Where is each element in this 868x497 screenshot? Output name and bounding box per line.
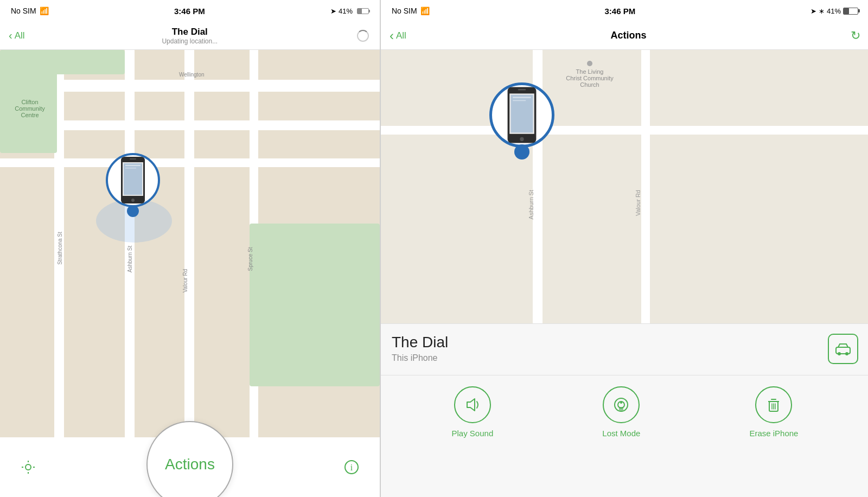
bluetooth-icon: ∗ bbox=[819, 7, 825, 15]
left-phone: No SIM 📶 3:46 PM ➤ 41% ‹ All The Dial Up… bbox=[0, 0, 380, 497]
play-sound-button[interactable]: Play Sound bbox=[452, 386, 494, 438]
location-button-left[interactable] bbox=[16, 455, 40, 479]
nav-title-left: The Dial bbox=[162, 27, 218, 37]
speaker-icon bbox=[463, 395, 482, 415]
valour-label-right: Valour Rd bbox=[635, 190, 641, 216]
device-name: The Dial bbox=[392, 334, 448, 351]
chevron-left-icon: ‹ bbox=[9, 29, 12, 42]
poi-label-right: The LivingChrist CommunityChurch bbox=[554, 61, 625, 88]
nav-title-right: Actions bbox=[610, 30, 646, 41]
directions-button[interactable] bbox=[828, 334, 858, 364]
actions-row: Play Sound Lost Mode bbox=[381, 375, 868, 449]
wellington-label: Wellington bbox=[179, 72, 205, 78]
status-right-left: ➤ 41% bbox=[330, 7, 369, 15]
svg-point-3 bbox=[131, 199, 135, 202]
info-button-left[interactable]: i bbox=[340, 455, 363, 479]
device-info-left: The Dial This iPhone bbox=[392, 334, 448, 363]
carrier-right: No SIM bbox=[392, 7, 417, 15]
battery-pct-right: 41% bbox=[827, 7, 841, 15]
back-button-right[interactable]: ‹ All bbox=[390, 28, 406, 43]
marker-dot-right bbox=[514, 144, 529, 160]
lost-mode-icon bbox=[611, 395, 631, 415]
svg-text:i: i bbox=[350, 463, 353, 472]
phone-marker-left bbox=[106, 153, 160, 217]
device-sub: This iPhone bbox=[392, 353, 448, 363]
refresh-button-right[interactable]: ↻ bbox=[851, 29, 860, 43]
actions-label[interactable]: Actions bbox=[165, 456, 215, 473]
battery-icon-right bbox=[843, 8, 858, 15]
strathcona-label: Strathcona St bbox=[57, 232, 63, 265]
svg-rect-15 bbox=[513, 97, 531, 98]
map-left[interactable]: CliftonCommunityCentre Wellington Ashbur… bbox=[0, 50, 380, 437]
marker-circle-left bbox=[106, 153, 160, 207]
status-right-right: ➤ ∗ 41% bbox=[810, 7, 858, 15]
road-v-valour-right bbox=[641, 50, 650, 323]
info-panel-right: The Dial This iPhone bbox=[381, 323, 868, 497]
svg-rect-5 bbox=[125, 165, 141, 166]
lost-mode-icon-circle bbox=[603, 386, 640, 423]
lost-mode-label: Lost Mode bbox=[602, 429, 640, 438]
car-icon bbox=[834, 340, 852, 358]
trash-icon bbox=[764, 395, 783, 415]
nav-bar-left: ‹ All The Dial Updating location... bbox=[0, 22, 380, 50]
svg-rect-16 bbox=[513, 100, 526, 101]
svg-rect-6 bbox=[125, 168, 136, 169]
nav-bar-right: ‹ All Actions ↻ bbox=[381, 22, 868, 50]
ashburn-label: Ashburn St bbox=[127, 246, 133, 272]
road-h-right bbox=[381, 126, 868, 135]
chevron-left-icon-right: ‹ bbox=[390, 28, 394, 43]
svg-rect-2 bbox=[130, 158, 136, 160]
green-block-3 bbox=[250, 224, 380, 386]
back-label-left[interactable]: All bbox=[15, 30, 25, 41]
svg-point-7 bbox=[25, 464, 31, 470]
park-label: CliftonCommunityCentre bbox=[5, 99, 54, 118]
back-button-left[interactable]: ‹ All bbox=[9, 29, 25, 42]
location-icon: ➤ bbox=[330, 7, 336, 15]
play-sound-label: Play Sound bbox=[452, 429, 494, 438]
svg-rect-12 bbox=[518, 89, 526, 90]
svg-point-13 bbox=[520, 137, 524, 141]
marker-circle-right bbox=[489, 82, 554, 148]
nav-subtitle-left: Updating location... bbox=[162, 37, 218, 45]
status-left: No SIM 📶 bbox=[11, 7, 49, 15]
right-phone: No SIM 📶 3:46 PM ➤ ∗ 41% ‹ All Actions ↻… bbox=[381, 0, 868, 497]
status-bar-left: No SIM 📶 3:46 PM ➤ 41% bbox=[0, 0, 380, 22]
erase-iphone-label: Erase iPhone bbox=[749, 429, 798, 438]
map-right[interactable]: Ashburn St Valour Rd The LivingChrist Co… bbox=[381, 50, 868, 323]
battery-pct-left: 41% bbox=[339, 7, 353, 15]
phone-marker-right bbox=[489, 82, 554, 160]
spinner-left bbox=[355, 28, 371, 44]
battery-icon-left bbox=[357, 8, 369, 14]
ashburn-label-right: Ashburn St bbox=[528, 190, 534, 219]
road-valour bbox=[184, 50, 194, 437]
time-right: 3:46 PM bbox=[604, 7, 635, 16]
nav-title-block-left: The Dial Updating location... bbox=[162, 27, 218, 45]
valour-label: Valour Rd bbox=[182, 269, 188, 293]
svg-point-19 bbox=[845, 352, 848, 355]
lost-mode-button[interactable]: Lost Mode bbox=[602, 386, 640, 438]
carrier-left: No SIM bbox=[11, 7, 36, 15]
svg-point-18 bbox=[838, 352, 841, 355]
status-bar-right: No SIM 📶 3:46 PM ➤ ∗ 41% bbox=[381, 0, 868, 22]
status-left-right: No SIM 📶 bbox=[392, 7, 430, 15]
erase-icon-circle bbox=[755, 386, 792, 423]
svg-point-22 bbox=[620, 402, 622, 404]
spruce-label: Spruce St bbox=[247, 247, 253, 271]
phone-icon-left bbox=[119, 156, 147, 205]
time-left: 3:46 PM bbox=[174, 7, 205, 16]
phone-icon-right bbox=[505, 86, 539, 144]
info-header-right: The Dial This iPhone bbox=[381, 324, 868, 369]
bottom-bar-left: Actions i bbox=[0, 437, 380, 497]
wifi-icon: 📶 bbox=[40, 7, 49, 15]
location-icon-right: ➤ bbox=[810, 7, 816, 15]
play-sound-icon-circle bbox=[454, 386, 491, 423]
back-label-right[interactable]: All bbox=[396, 30, 406, 41]
wifi-icon-right: 📶 bbox=[420, 7, 430, 15]
erase-iphone-button[interactable]: Erase iPhone bbox=[749, 386, 798, 438]
road-ashburn bbox=[125, 50, 135, 437]
